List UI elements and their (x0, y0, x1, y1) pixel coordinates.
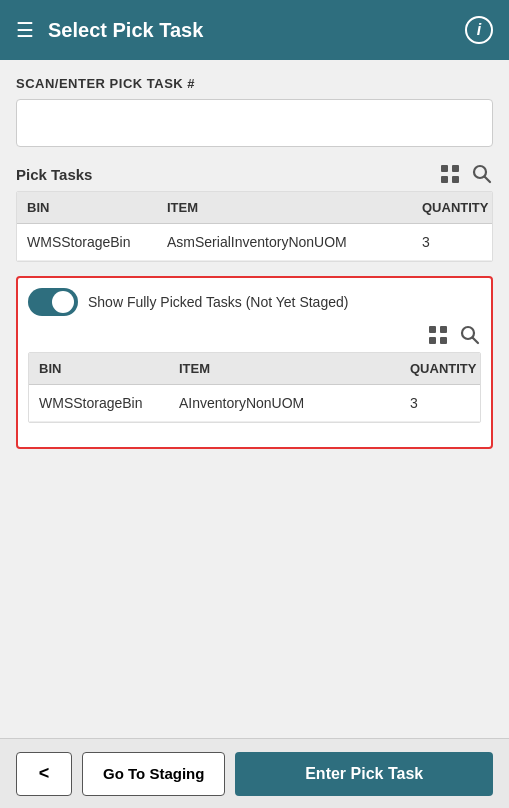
highlighted-table-header: BIN ITEM QUANTITY (29, 353, 480, 385)
enter-pick-task-button[interactable]: Enter Pick Task (235, 752, 493, 796)
info-icon[interactable]: i (465, 16, 493, 44)
svg-line-5 (485, 177, 491, 183)
toggle-row: Show Fully Picked Tasks (Not Yet Staged) (28, 288, 481, 316)
bottom-bar: < Go To Staging Enter Pick Task (0, 738, 509, 808)
cell-item: AsmSerialInventoryNonUOM (157, 224, 412, 260)
svg-rect-0 (441, 165, 448, 172)
svg-rect-2 (441, 176, 448, 183)
h-col-header-qty: QUANTITY (400, 353, 480, 384)
pick-tasks-grid-icon[interactable] (439, 163, 461, 185)
highlighted-grid-icon[interactable] (427, 324, 449, 346)
back-button[interactable]: < (16, 752, 72, 796)
pick-tasks-header: Pick Tasks (16, 163, 493, 185)
toggle-thumb (52, 291, 74, 313)
svg-rect-3 (452, 176, 459, 183)
h-col-header-item: ITEM (169, 353, 400, 384)
toggle-switch[interactable] (28, 288, 78, 316)
svg-line-11 (473, 338, 479, 344)
h-cell-qty: 3 (400, 385, 480, 421)
col-header-bin: BIN (17, 192, 157, 223)
pick-tasks-table-header: BIN ITEM QUANTITY (17, 192, 492, 224)
go-to-staging-button[interactable]: Go To Staging (82, 752, 225, 796)
svg-rect-1 (452, 165, 459, 172)
table-row[interactable]: WMSStorageBin AInventoryNonUOM 3 (29, 385, 480, 422)
highlighted-table: BIN ITEM QUANTITY WMSStorageBin AInvento… (28, 352, 481, 423)
main-content: SCAN/ENTER PICK TASK # Pick Tasks (0, 60, 509, 479)
svg-rect-7 (440, 326, 447, 333)
cell-qty: 3 (412, 224, 492, 260)
toggle-track (28, 288, 78, 316)
col-header-qty: QUANTITY (412, 192, 492, 223)
pick-tasks-search-icon[interactable] (471, 163, 493, 185)
h-cell-item: AInventoryNonUOM (169, 385, 400, 421)
highlighted-search-icon[interactable] (459, 324, 481, 346)
highlighted-icons-row (28, 324, 481, 346)
menu-icon[interactable]: ☰ (16, 20, 34, 40)
scan-input[interactable] (16, 99, 493, 147)
col-header-item: ITEM (157, 192, 412, 223)
pick-tasks-title: Pick Tasks (16, 166, 92, 183)
highlighted-icons (427, 324, 481, 346)
h-cell-bin: WMSStorageBin (29, 385, 169, 421)
svg-rect-6 (429, 326, 436, 333)
table-row[interactable]: WMSStorageBin AsmSerialInventoryNonUOM 3 (17, 224, 492, 261)
svg-rect-9 (440, 337, 447, 344)
pick-tasks-icons (439, 163, 493, 185)
app-header: ☰ Select Pick Task i (0, 0, 509, 60)
cell-bin: WMSStorageBin (17, 224, 157, 260)
svg-rect-8 (429, 337, 436, 344)
toggle-label: Show Fully Picked Tasks (Not Yet Staged) (88, 294, 348, 310)
scan-label: SCAN/ENTER PICK TASK # (16, 76, 493, 91)
page-title: Select Pick Task (48, 19, 465, 42)
h-col-header-bin: BIN (29, 353, 169, 384)
pick-tasks-table: BIN ITEM QUANTITY WMSStorageBin AsmSeria… (16, 191, 493, 262)
highlighted-section: Show Fully Picked Tasks (Not Yet Staged) (16, 276, 493, 449)
